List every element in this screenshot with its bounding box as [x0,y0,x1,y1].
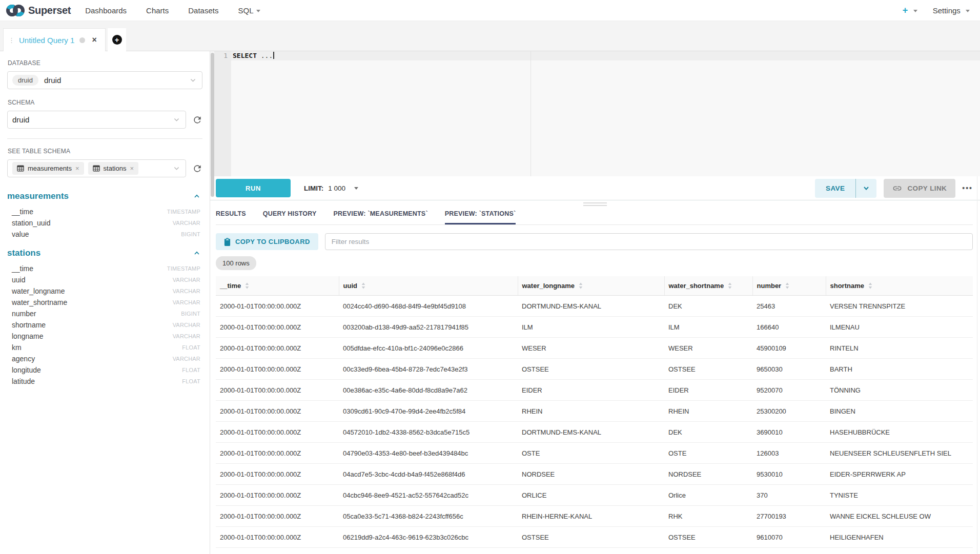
table-name: stations [7,248,40,258]
settings-label: Settings [933,6,961,15]
table-cell: 9610070 [752,527,826,548]
caret-down-icon [966,10,970,12]
table-cell: 0309cd61-90c9-470e-99d4-2ee4fb2c5f84 [339,401,518,422]
superset-logo[interactable]: Superset [5,4,71,17]
result-tab-4[interactable]: PREVIEW: `STATIONS` [445,210,516,224]
settings-menu[interactable]: Settings [933,6,970,15]
table-row: 2000-01-01T00:00:00.000Z003200ab-d138-49… [216,317,973,338]
table-cell: RHEIN [518,401,664,422]
database-select[interactable]: druid druid [7,71,202,89]
result-tab-3[interactable]: PREVIEW: `MEASUREMENTS` [334,210,428,224]
limit-label: LIMIT: [304,184,323,192]
table-cell: TYNISTE [826,485,973,506]
column-header-water_longname[interactable]: water_longname [518,276,664,296]
column-header-water_shortname[interactable]: water_shortname [664,276,752,296]
table-cell: 2000-01-01T00:00:00.000Z [216,296,339,317]
schema-select[interactable]: druid [7,111,186,129]
nav-item-label: Datasets [188,6,218,15]
save-button[interactable]: SAVE [815,179,876,198]
column-type: TIMESTAMP [167,209,200,215]
pane-resize-handle[interactable] [583,202,607,208]
query-tab-bar: ⋮ Untitled Query 1 × + [0,21,980,51]
column-type: FLOAT [182,344,200,351]
column-row: longitudeFLOAT [12,364,200,376]
table-cell: 04cbc946-8ee9-4521-ac52-557642cad52c [339,485,518,506]
column-header-label: water_shortname [669,282,724,290]
sql-keyword: SELECT [233,52,257,59]
table-cell: RINTELN [826,338,973,359]
table-chip-measurements[interactable]: measurements× [12,162,84,175]
result-tab-1[interactable]: RESULTS [216,210,246,224]
table-cell: RHK [664,506,752,527]
copy-link-button[interactable]: COPY LINK [884,179,955,198]
new-menu-button[interactable]: + [903,5,917,16]
nav-item-sql[interactable]: SQL [235,4,263,17]
table-cell: ILM [664,317,752,338]
column-header-uuid[interactable]: uuid [339,276,518,296]
table-chip-label: stations [104,165,127,172]
limit-control[interactable]: LIMIT: 1 000 [304,184,358,192]
table-cell: 2000-01-01T00:00:00.000Z [216,359,339,380]
result-tab-2[interactable]: QUERY HISTORY [263,210,317,224]
table-cell: OSTSEE [664,359,752,380]
table-cell: HASEHUBBRÜCKE [826,422,973,443]
table-cell: 27700193 [752,506,826,527]
remove-table-icon[interactable]: × [75,165,79,172]
caret-down-icon [913,10,917,12]
column-header-label: uuid [343,282,357,290]
table-cell: OSTE [518,443,664,464]
refresh-tables-icon[interactable] [192,163,202,174]
nav-item-label: SQL [238,6,253,15]
chevron-up-icon[interactable] [193,250,200,257]
sql-lab-main: 1 SELECT ... RUN LIMIT: 1 000 SAVE [210,51,980,554]
refresh-schema-icon[interactable] [192,115,202,125]
column-name: agency [12,355,35,363]
copy-to-clipboard-button[interactable]: COPY TO CLIPBOARD [216,233,318,250]
filter-results-input[interactable] [325,233,973,250]
chevron-down-icon[interactable] [856,184,876,192]
table-cell: DEK [664,422,752,443]
new-tab-button[interactable]: + [108,28,126,51]
table-chip-stations[interactable]: stations× [88,162,138,175]
column-row: longnameVARCHAR [12,331,200,342]
table-cell: OSTSEE [518,527,664,548]
remove-table-icon[interactable]: × [130,165,134,172]
run-button[interactable]: RUN [216,179,291,197]
column-header-shortname[interactable]: shortname [826,276,973,296]
nav-item-dashboards[interactable]: Dashboards [82,4,130,17]
table-cell: DORTMUND-EMS-KANAL [518,296,664,317]
column-row: station_uuidVARCHAR [12,217,200,229]
table-row: 2000-01-01T00:00:00.000Z0309cd61-90c9-47… [216,401,973,422]
table-cell: OSTSEE [664,527,752,548]
column-header-__time[interactable]: __time [216,276,339,296]
column-type: BIGINT [181,311,200,317]
chevron-down-icon [190,77,196,84]
link-icon [892,183,902,193]
more-options-button[interactable]: ••• [962,184,973,192]
add-tab-plus-icon: + [112,35,122,45]
table-row: 2000-01-01T00:00:00.000Z0024cc40-d690-46… [216,296,973,317]
table-cell: 2000-01-01T00:00:00.000Z [216,380,339,401]
close-tab-icon[interactable]: × [92,36,96,44]
table-cell: 9650030 [752,359,826,380]
clipboard-icon [224,238,231,246]
drag-handle-icon[interactable]: ⋮ [8,36,14,44]
table-cell: 3690010 [752,422,826,443]
query-tab[interactable]: ⋮ Untitled Query 1 × [3,28,106,51]
table-select[interactable]: measurements×stations× [7,159,186,177]
column-list: __timeTIMESTAMPuuidVARCHARwater_longname… [7,263,202,387]
copy-to-clipboard-label: COPY TO CLIPBOARD [235,238,310,245]
sidebar-scrollbar[interactable] [211,53,214,197]
column-header-number[interactable]: number [752,276,826,296]
database-label: DATABASE [8,59,202,67]
table-cell: 2000-01-01T00:00:00.000Z [216,527,339,548]
sort-icon [579,282,583,289]
chevron-up-icon[interactable] [193,193,200,200]
nav-item-charts[interactable]: Charts [143,4,172,17]
sql-editor[interactable]: 1 SELECT ... [210,51,980,176]
column-type: VARCHAR [173,322,200,328]
column-name: shortname [12,321,46,329]
nav-item-datasets[interactable]: Datasets [185,4,221,17]
query-tab-title: Untitled Query 1 [19,36,74,45]
table-cell: RHEIN-HERNE-KANAL [518,506,664,527]
